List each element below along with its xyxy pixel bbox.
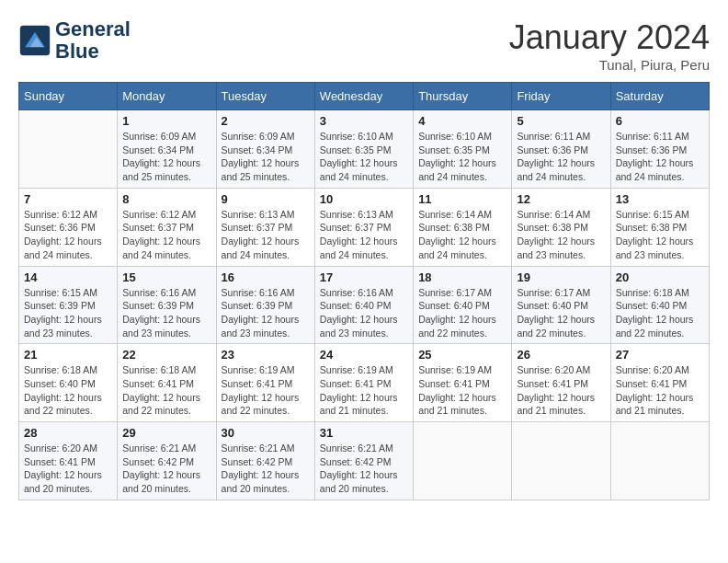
day-info: Sunrise: 6:19 AM Sunset: 6:41 PM Dayligh… <box>320 363 408 418</box>
calendar-day-cell: 16Sunrise: 6:16 AM Sunset: 6:39 PM Dayli… <box>216 266 314 344</box>
day-number: 24 <box>320 348 408 362</box>
day-info: Sunrise: 6:20 AM Sunset: 6:41 PM Dayligh… <box>517 363 605 418</box>
calendar-day-cell: 11Sunrise: 6:14 AM Sunset: 6:38 PM Dayli… <box>414 188 512 266</box>
day-info: Sunrise: 6:12 AM Sunset: 6:36 PM Dayligh… <box>24 208 112 262</box>
calendar-day-cell: 28Sunrise: 6:20 AM Sunset: 6:41 PM Dayli… <box>19 422 118 500</box>
calendar-day-cell: 29Sunrise: 6:21 AM Sunset: 6:42 PM Dayli… <box>118 422 216 500</box>
calendar-table: SundayMondayTuesdayWednesdayThursdayFrid… <box>18 82 710 500</box>
day-info: Sunrise: 6:15 AM Sunset: 6:38 PM Dayligh… <box>616 208 704 262</box>
day-number: 2 <box>222 114 310 128</box>
title-block: January 2024 Tunal, Piura, Peru <box>509 18 710 73</box>
calendar-body: 1Sunrise: 6:09 AM Sunset: 6:34 PM Daylig… <box>19 110 710 500</box>
day-info: Sunrise: 6:17 AM Sunset: 6:40 PM Dayligh… <box>517 286 605 340</box>
day-number: 15 <box>122 270 210 284</box>
logo-icon <box>18 24 51 57</box>
calendar-day-cell <box>512 422 610 500</box>
calendar-day-cell: 10Sunrise: 6:13 AM Sunset: 6:37 PM Dayli… <box>314 188 413 266</box>
day-of-week-header: Thursday <box>414 83 512 110</box>
calendar-day-cell: 22Sunrise: 6:18 AM Sunset: 6:41 PM Dayli… <box>118 344 216 422</box>
calendar-day-cell: 17Sunrise: 6:16 AM Sunset: 6:40 PM Dayli… <box>314 266 413 344</box>
calendar-week-row: 1Sunrise: 6:09 AM Sunset: 6:34 PM Daylig… <box>19 110 710 189</box>
page-header: General Blue January 2024 Tunal, Piura, … <box>18 18 710 73</box>
calendar-day-cell: 5Sunrise: 6:11 AM Sunset: 6:36 PM Daylig… <box>512 110 610 189</box>
day-number: 17 <box>320 270 408 284</box>
day-number: 23 <box>222 348 310 362</box>
calendar-day-cell: 14Sunrise: 6:15 AM Sunset: 6:39 PM Dayli… <box>19 266 118 344</box>
day-info: Sunrise: 6:14 AM Sunset: 6:38 PM Dayligh… <box>418 208 506 262</box>
calendar-day-cell: 25Sunrise: 6:19 AM Sunset: 6:41 PM Dayli… <box>414 344 512 422</box>
day-info: Sunrise: 6:19 AM Sunset: 6:41 PM Dayligh… <box>222 363 310 418</box>
calendar-day-cell: 12Sunrise: 6:14 AM Sunset: 6:38 PM Dayli… <box>512 188 610 266</box>
day-of-week-header: Saturday <box>610 83 709 110</box>
day-info: Sunrise: 6:09 AM Sunset: 6:34 PM Dayligh… <box>222 130 310 184</box>
day-info: Sunrise: 6:17 AM Sunset: 6:40 PM Dayligh… <box>418 286 506 340</box>
calendar-day-cell: 31Sunrise: 6:21 AM Sunset: 6:42 PM Dayli… <box>314 422 413 500</box>
logo-text: General Blue <box>55 18 131 63</box>
day-info: Sunrise: 6:13 AM Sunset: 6:37 PM Dayligh… <box>222 208 310 262</box>
day-info: Sunrise: 6:12 AM Sunset: 6:37 PM Dayligh… <box>122 208 210 262</box>
day-info: Sunrise: 6:18 AM Sunset: 6:41 PM Dayligh… <box>122 363 210 418</box>
day-info: Sunrise: 6:16 AM Sunset: 6:39 PM Dayligh… <box>122 286 210 340</box>
day-of-week-header: Monday <box>118 83 216 110</box>
calendar-day-cell: 20Sunrise: 6:18 AM Sunset: 6:40 PM Dayli… <box>610 266 709 344</box>
day-number: 18 <box>418 270 506 284</box>
day-number: 13 <box>616 192 704 206</box>
calendar-day-cell: 13Sunrise: 6:15 AM Sunset: 6:38 PM Dayli… <box>610 188 709 266</box>
day-info: Sunrise: 6:21 AM Sunset: 6:42 PM Dayligh… <box>222 442 310 496</box>
day-number: 26 <box>517 348 605 362</box>
day-number: 1 <box>122 114 210 128</box>
calendar-day-cell: 7Sunrise: 6:12 AM Sunset: 6:36 PM Daylig… <box>19 188 118 266</box>
day-info: Sunrise: 6:18 AM Sunset: 6:40 PM Dayligh… <box>24 363 112 418</box>
day-number: 29 <box>122 426 210 440</box>
calendar-day-cell: 23Sunrise: 6:19 AM Sunset: 6:41 PM Dayli… <box>216 344 314 422</box>
day-info: Sunrise: 6:20 AM Sunset: 6:41 PM Dayligh… <box>24 442 112 496</box>
calendar-day-cell: 6Sunrise: 6:11 AM Sunset: 6:36 PM Daylig… <box>610 110 709 189</box>
calendar-day-cell <box>610 422 709 500</box>
day-number: 6 <box>616 114 704 128</box>
day-number: 3 <box>320 114 408 128</box>
day-number: 28 <box>24 426 112 440</box>
calendar-day-cell: 3Sunrise: 6:10 AM Sunset: 6:35 PM Daylig… <box>314 110 413 189</box>
day-info: Sunrise: 6:18 AM Sunset: 6:40 PM Dayligh… <box>616 286 704 340</box>
calendar-day-cell: 18Sunrise: 6:17 AM Sunset: 6:40 PM Dayli… <box>414 266 512 344</box>
calendar-week-row: 21Sunrise: 6:18 AM Sunset: 6:40 PM Dayli… <box>19 344 710 422</box>
month-title: January 2024 <box>509 18 710 57</box>
day-of-week-header: Friday <box>512 83 610 110</box>
calendar-day-cell: 2Sunrise: 6:09 AM Sunset: 6:34 PM Daylig… <box>216 110 314 189</box>
calendar-day-cell: 15Sunrise: 6:16 AM Sunset: 6:39 PM Dayli… <box>118 266 216 344</box>
day-info: Sunrise: 6:15 AM Sunset: 6:39 PM Dayligh… <box>24 286 112 340</box>
day-number: 8 <box>122 192 210 206</box>
calendar-day-cell: 19Sunrise: 6:17 AM Sunset: 6:40 PM Dayli… <box>512 266 610 344</box>
day-number: 30 <box>222 426 310 440</box>
logo: General Blue <box>18 18 131 63</box>
day-of-week-header: Wednesday <box>314 83 413 110</box>
day-info: Sunrise: 6:21 AM Sunset: 6:42 PM Dayligh… <box>122 442 210 496</box>
day-info: Sunrise: 6:19 AM Sunset: 6:41 PM Dayligh… <box>418 363 506 418</box>
calendar-day-cell: 21Sunrise: 6:18 AM Sunset: 6:40 PM Dayli… <box>19 344 118 422</box>
day-number: 25 <box>418 348 506 362</box>
day-number: 27 <box>616 348 704 362</box>
calendar-day-cell: 24Sunrise: 6:19 AM Sunset: 6:41 PM Dayli… <box>314 344 413 422</box>
calendar-day-cell: 30Sunrise: 6:21 AM Sunset: 6:42 PM Dayli… <box>216 422 314 500</box>
day-info: Sunrise: 6:21 AM Sunset: 6:42 PM Dayligh… <box>320 442 408 496</box>
calendar-day-cell: 1Sunrise: 6:09 AM Sunset: 6:34 PM Daylig… <box>118 110 216 189</box>
calendar-day-cell: 8Sunrise: 6:12 AM Sunset: 6:37 PM Daylig… <box>118 188 216 266</box>
calendar-day-cell: 4Sunrise: 6:10 AM Sunset: 6:35 PM Daylig… <box>414 110 512 189</box>
day-info: Sunrise: 6:11 AM Sunset: 6:36 PM Dayligh… <box>517 130 605 184</box>
day-of-week-header: Tuesday <box>216 83 314 110</box>
calendar-week-row: 28Sunrise: 6:20 AM Sunset: 6:41 PM Dayli… <box>19 422 710 500</box>
day-number: 7 <box>24 192 112 206</box>
day-info: Sunrise: 6:14 AM Sunset: 6:38 PM Dayligh… <box>517 208 605 262</box>
calendar-week-row: 14Sunrise: 6:15 AM Sunset: 6:39 PM Dayli… <box>19 266 710 344</box>
day-info: Sunrise: 6:10 AM Sunset: 6:35 PM Dayligh… <box>320 130 408 184</box>
day-number: 16 <box>222 270 310 284</box>
calendar-day-cell: 26Sunrise: 6:20 AM Sunset: 6:41 PM Dayli… <box>512 344 610 422</box>
day-number: 14 <box>24 270 112 284</box>
day-number: 19 <box>517 270 605 284</box>
day-number: 12 <box>517 192 605 206</box>
day-info: Sunrise: 6:09 AM Sunset: 6:34 PM Dayligh… <box>122 130 210 184</box>
day-info: Sunrise: 6:16 AM Sunset: 6:39 PM Dayligh… <box>222 286 310 340</box>
day-info: Sunrise: 6:10 AM Sunset: 6:35 PM Dayligh… <box>418 130 506 184</box>
day-number: 22 <box>122 348 210 362</box>
day-info: Sunrise: 6:11 AM Sunset: 6:36 PM Dayligh… <box>616 130 704 184</box>
